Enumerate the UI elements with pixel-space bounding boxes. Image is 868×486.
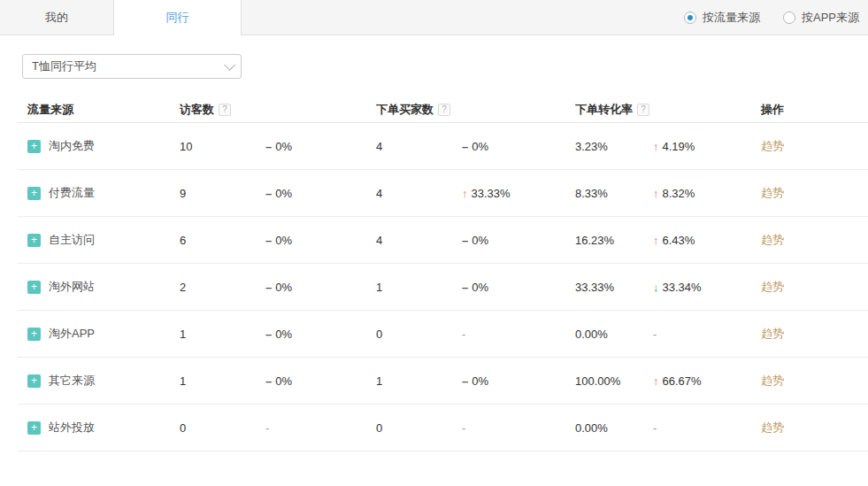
- order-buyers-trend: –0%: [462, 281, 575, 294]
- traffic-source-label: 付费流量: [49, 185, 95, 201]
- trend-link[interactable]: 趋势: [761, 279, 784, 295]
- conversion-rate-value: 33.33%: [575, 281, 653, 294]
- traffic-source-label: 站外投放: [49, 420, 95, 436]
- visitors-trend: –0%: [265, 281, 376, 294]
- help-icon[interactable]: ?: [438, 104, 450, 116]
- order-buyers-value: 1: [376, 374, 462, 388]
- radio-label: 按流量来源: [703, 10, 760, 26]
- visitors-trend: -: [265, 421, 376, 435]
- order-buyers-value: 4: [376, 187, 462, 200]
- tab-mine[interactable]: 我的: [0, 0, 113, 35]
- radio-by-traffic-source[interactable]: 按流量来源: [684, 10, 760, 26]
- trend-link[interactable]: 趋势: [761, 373, 784, 389]
- conversion-rate-trend: ↑8.32%: [653, 187, 761, 200]
- flat-trend-icon: –: [265, 140, 272, 153]
- expand-plus-icon[interactable]: +: [27, 234, 41, 247]
- traffic-source-label: 淘内免费: [49, 138, 95, 154]
- table-body: + 淘内免费 10 –0% 4 –0% 3.23% ↑4.19% 趋势 + 付费…: [18, 123, 868, 451]
- help-icon[interactable]: ?: [219, 104, 231, 116]
- table-row: + 其它来源 1 –0% 1 –0% 100.00% ↑66.67% 趋势: [18, 358, 868, 405]
- conversion-rate-trend: -: [653, 421, 761, 435]
- trend-link[interactable]: 趋势: [761, 138, 784, 154]
- radio-by-app-source[interactable]: 按APP来源: [783, 10, 859, 26]
- visitors-trend: –0%: [265, 328, 376, 341]
- table-row: + 站外投放 0 - 0 - 0.00% - 趋势: [18, 405, 868, 451]
- order-buyers-trend: -: [462, 328, 575, 341]
- order-buyers-value: 1: [376, 281, 462, 294]
- up-trend-icon: ↑: [653, 187, 659, 200]
- radio-icon: [684, 12, 696, 24]
- order-buyers-trend: ↑33.33%: [462, 187, 575, 200]
- radio-label: 按APP来源: [802, 10, 859, 26]
- trend-link[interactable]: 趋势: [761, 420, 784, 436]
- flat-trend-icon: –: [462, 140, 468, 153]
- peer-average-select[interactable]: T恤同行平均: [22, 54, 242, 79]
- up-trend-icon: ↑: [653, 234, 659, 247]
- col-header-label: 操作: [761, 102, 784, 118]
- flat-trend-icon: –: [265, 187, 272, 200]
- col-header-order-buyers: 下单买家数 ?: [376, 102, 462, 118]
- trend-link[interactable]: 趋势: [761, 232, 784, 248]
- visitors-trend: –0%: [265, 187, 376, 200]
- traffic-source-label: 淘外APP: [49, 326, 95, 342]
- conversion-rate-value: 3.23%: [575, 140, 653, 153]
- up-trend-icon: ↑: [462, 187, 468, 200]
- conversion-rate-value: 0.00%: [575, 328, 653, 341]
- visitors-trend: –0%: [265, 140, 376, 153]
- visitors-value: 2: [180, 281, 265, 294]
- chevron-down-icon: [224, 59, 235, 71]
- order-buyers-trend: –0%: [462, 140, 575, 153]
- conversion-rate-value: 0.00%: [575, 421, 653, 435]
- col-header-label: 访客数: [180, 102, 214, 118]
- trend-link[interactable]: 趋势: [761, 326, 784, 342]
- down-trend-icon: ↓: [653, 281, 659, 294]
- conversion-rate-trend: ↓33.34%: [653, 281, 761, 294]
- col-header-traffic-source: 流量来源: [18, 102, 180, 118]
- visitors-value: 1: [180, 328, 265, 341]
- radio-icon: [783, 12, 795, 24]
- visitors-trend: –0%: [265, 234, 376, 247]
- flat-trend-icon: –: [462, 234, 468, 247]
- table-row: + 自主访问 6 –0% 4 –0% 16.23% ↑6.43% 趋势: [18, 217, 868, 264]
- table-header: 流量来源 访客数 ? 下单买家数 ? 下单转化率 ? 操作: [18, 96, 868, 123]
- order-buyers-trend: -: [462, 421, 575, 435]
- traffic-source-label: 其它来源: [49, 373, 95, 389]
- filter-row: T恤同行平均: [22, 54, 868, 79]
- col-header-visitors: 访客数 ?: [180, 102, 265, 118]
- order-buyers-trend: –0%: [462, 374, 575, 388]
- tab-bar-spacer: [242, 0, 684, 35]
- expand-plus-icon[interactable]: +: [27, 281, 41, 294]
- trend-link[interactable]: 趋势: [761, 185, 784, 201]
- order-buyers-value: 4: [376, 140, 462, 153]
- traffic-source-table: 流量来源 访客数 ? 下单买家数 ? 下单转化率 ? 操作 + 淘内免费 10 …: [18, 96, 868, 451]
- conversion-rate-value: 16.23%: [575, 234, 653, 247]
- col-header-label: 下单买家数: [376, 102, 434, 118]
- peer-average-selected-value: T恤同行平均: [32, 58, 224, 74]
- expand-plus-icon[interactable]: +: [27, 328, 41, 341]
- table-row: + 淘内免费 10 –0% 4 –0% 3.23% ↑4.19% 趋势: [18, 123, 868, 170]
- expand-plus-icon[interactable]: +: [27, 140, 41, 153]
- col-header-actions: 操作: [761, 102, 868, 118]
- help-icon[interactable]: ?: [637, 104, 649, 116]
- expand-plus-icon[interactable]: +: [27, 374, 41, 388]
- conversion-rate-value: 100.00%: [575, 374, 653, 388]
- tab-peers[interactable]: 同行: [113, 0, 242, 35]
- col-header-label: 下单转化率: [575, 102, 633, 118]
- order-buyers-value: 4: [376, 234, 462, 247]
- col-header-label: 流量来源: [27, 102, 73, 118]
- expand-plus-icon[interactable]: +: [27, 421, 41, 435]
- col-header-conversion-rate: 下单转化率 ?: [575, 102, 653, 118]
- visitors-value: 0: [180, 421, 265, 435]
- table-row: + 淘外APP 1 –0% 0 - 0.00% - 趋势: [18, 311, 868, 358]
- conversion-rate-trend: ↑66.67%: [653, 374, 761, 388]
- expand-plus-icon[interactable]: +: [27, 187, 41, 200]
- flat-trend-icon: –: [265, 374, 272, 388]
- traffic-source-label: 淘外网站: [49, 279, 95, 295]
- tab-bar: 我的 同行 按流量来源 按APP来源: [0, 0, 868, 35]
- flat-trend-icon: –: [265, 281, 272, 294]
- conversion-rate-trend: ↑6.43%: [653, 234, 761, 247]
- order-buyers-trend: –0%: [462, 234, 575, 247]
- visitors-trend: –0%: [265, 374, 376, 388]
- up-trend-icon: ↑: [653, 374, 659, 388]
- conversion-rate-trend: -: [653, 328, 761, 341]
